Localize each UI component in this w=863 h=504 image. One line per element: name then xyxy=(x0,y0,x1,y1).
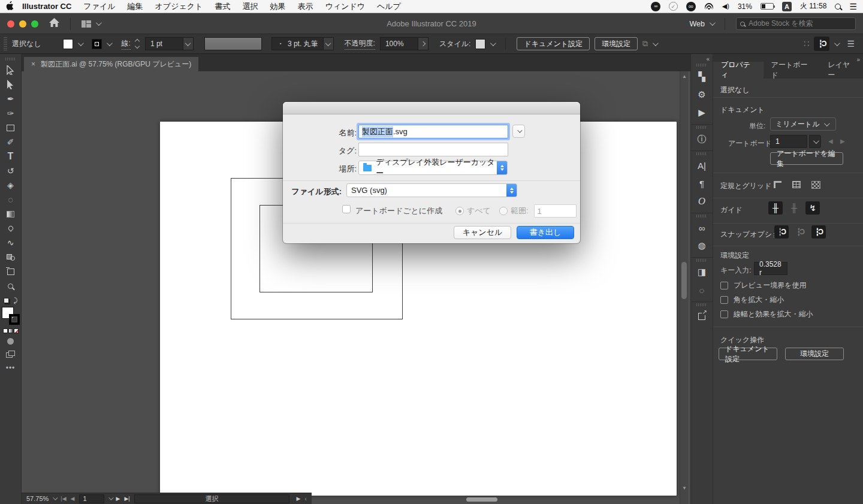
rotate-tool-icon[interactable]: ↺ xyxy=(0,164,22,178)
zoom-tool-icon[interactable] xyxy=(0,279,22,293)
menu-type[interactable]: 書式 xyxy=(215,1,230,12)
vertical-scrollbar[interactable]: ▲ ▼ xyxy=(680,71,688,504)
keyboard-increment-field[interactable]: 0.3528 r xyxy=(754,262,787,275)
edit-toolbar-icon[interactable]: ••• xyxy=(6,364,16,372)
twirl-tool-icon[interactable]: ∿ xyxy=(0,236,22,250)
strip-grip-6[interactable] xyxy=(696,303,707,306)
next-artboard-arrow-icon[interactable]: ▶ xyxy=(840,138,845,144)
artboard-tool-icon[interactable] xyxy=(0,264,22,279)
controlbar-menu-icon[interactable]: ☰ xyxy=(847,39,855,49)
close-tab-icon[interactable]: × xyxy=(31,60,35,68)
swap-fill-stroke-icon[interactable]: ⤸ xyxy=(14,297,18,304)
radio-all[interactable] xyxy=(455,207,464,215)
select-similar-icon[interactable]: ⧉ xyxy=(642,39,648,49)
tab-artboards[interactable]: アートボード xyxy=(764,62,820,79)
use-artboards-checkbox[interactable] xyxy=(342,205,351,213)
horizontal-scrollbar-thumb[interactable] xyxy=(466,497,497,502)
zoom-level[interactable]: 57.75% xyxy=(26,495,49,502)
quick-document-setup-button[interactable]: ドキュメント設定 xyxy=(719,348,777,360)
expand-panels-icon[interactable]: « xyxy=(706,56,709,62)
type-tool-icon[interactable]: T xyxy=(0,149,22,164)
status-play-icon[interactable]: ▶ xyxy=(296,496,300,502)
paintbrush-tool-icon[interactable]: ✐ xyxy=(0,135,22,149)
filename-input[interactable]: 製図正面.svg xyxy=(358,125,508,138)
glasses-menu-icon[interactable]: oo xyxy=(686,2,696,11)
snap-to-pixel-button[interactable]: ┇Ɔ xyxy=(814,37,829,51)
gradient-mode-icon[interactable] xyxy=(8,328,13,333)
snap-to-pixel-icon[interactable]: ┇Ɔ xyxy=(811,225,826,239)
opentype-panel-icon[interactable]: O xyxy=(690,192,713,210)
smart-guides-icon[interactable]: ↯ xyxy=(805,201,820,215)
menu-window[interactable]: ウィンドウ xyxy=(325,1,365,12)
artboard-dropdown-icon[interactable] xyxy=(809,135,821,148)
stroke-color-swatch[interactable] xyxy=(92,39,102,49)
eyedropper-tool-icon[interactable] xyxy=(0,221,22,236)
toolbar-grip[interactable] xyxy=(5,58,16,61)
transparency-grid-icon[interactable] xyxy=(808,178,823,191)
prev-artboard-arrow-icon[interactable]: ◀ xyxy=(828,138,833,144)
fill-color-swatch[interactable] xyxy=(63,39,73,49)
gradient-tool-icon[interactable] xyxy=(0,207,22,221)
range-input[interactable]: 1 xyxy=(534,204,577,218)
status-display[interactable]: 選択 xyxy=(134,494,290,503)
preview-bounds-checkbox[interactable] xyxy=(720,282,728,289)
volume-icon[interactable]: ◀) xyxy=(722,2,729,10)
fill-color-chevron-icon[interactable] xyxy=(78,40,84,46)
opacity-label-link[interactable]: 不透明度: xyxy=(345,38,375,50)
tags-input[interactable] xyxy=(358,143,508,156)
pathfinder-panel-icon[interactable]: ◨ xyxy=(690,263,713,281)
draw-mode-icon[interactable] xyxy=(7,338,14,345)
direct-selection-tool-icon[interactable] xyxy=(0,77,22,92)
location-dropdown[interactable]: ディスプレイ外装レーザーカッター xyxy=(358,161,508,175)
menu-select[interactable]: 選択 xyxy=(242,1,258,12)
pen-tool-icon[interactable]: ✒ xyxy=(0,92,22,106)
variable-width-profile-dropdown[interactable] xyxy=(204,37,262,50)
color-mode-icon[interactable] xyxy=(3,328,8,333)
eraser-tool-icon[interactable]: ◈ xyxy=(0,178,22,192)
actions-panel-icon[interactable]: ⚙ xyxy=(690,86,713,104)
export-button[interactable]: 書き出し xyxy=(517,226,574,239)
creative-cloud-menu-icon[interactable]: ∞ xyxy=(651,2,660,11)
radio-range[interactable] xyxy=(499,207,508,215)
stroke-width-combo[interactable]: 1 pt xyxy=(145,37,194,50)
first-artboard-icon[interactable]: |◀ xyxy=(61,496,66,502)
scale-strokes-effects-checkbox[interactable] xyxy=(720,310,728,318)
artboard-number-field[interactable]: 1 xyxy=(770,135,807,148)
scroll-down-icon[interactable]: ▼ xyxy=(682,485,687,491)
menu-effect[interactable]: 効果 xyxy=(270,1,285,12)
shape-builder-tool-icon[interactable] xyxy=(0,250,22,264)
edit-artboards-button[interactable]: アートボードを編集 xyxy=(770,152,843,165)
preferences-button[interactable]: 環境設定 xyxy=(595,37,638,50)
brush-definition-combo[interactable]: ・3 pt. 丸筆 xyxy=(271,37,334,50)
next-artboard-icon[interactable]: ▶ xyxy=(116,496,120,502)
strip-grip-1[interactable] xyxy=(696,64,707,67)
tab-properties[interactable]: プロパティ xyxy=(713,62,764,79)
links-panel-icon[interactable]: ∞ xyxy=(690,219,713,237)
style-chevron-icon[interactable] xyxy=(490,40,496,46)
file-format-dropdown[interactable]: SVG (svg) xyxy=(346,183,517,197)
notification-center-icon[interactable]: ☰ xyxy=(849,2,857,11)
vertical-scrollbar-thumb[interactable] xyxy=(681,262,687,299)
last-artboard-icon[interactable]: ▶| xyxy=(124,496,129,502)
play-actions-icon[interactable]: ▶ xyxy=(690,104,713,122)
battery-icon[interactable] xyxy=(761,3,774,10)
character-panel-icon[interactable]: A| xyxy=(690,156,713,174)
screen-mode-icon[interactable] xyxy=(6,351,15,358)
align-panel-icon[interactable]: ∷ xyxy=(804,38,810,49)
libraries-panel-icon[interactable]: ▚ xyxy=(690,68,713,86)
stroke-label-link[interactable]: 線: xyxy=(122,38,131,50)
dialog-titlebar[interactable] xyxy=(283,102,580,114)
none-mode-icon[interactable] xyxy=(14,328,19,333)
curvature-tool-icon[interactable]: ✑ xyxy=(0,106,22,120)
strip-grip-3[interactable] xyxy=(696,152,707,155)
shaper-tool-icon[interactable]: ◌ xyxy=(0,192,22,207)
status-back-icon[interactable]: ‹ xyxy=(304,495,307,502)
brush-chevron-icon[interactable] xyxy=(323,38,333,50)
transparency-panel-icon[interactable]: ◌ xyxy=(690,281,713,299)
rulers-icon[interactable] xyxy=(770,178,784,191)
default-fill-stroke-icon[interactable] xyxy=(4,298,9,303)
expand-dialog-button[interactable] xyxy=(512,125,525,138)
scroll-up-icon[interactable]: ▲ xyxy=(682,74,687,79)
strip-grip-4[interactable] xyxy=(696,215,707,218)
document-info-panel-icon[interactable]: ⓘ xyxy=(690,130,713,148)
